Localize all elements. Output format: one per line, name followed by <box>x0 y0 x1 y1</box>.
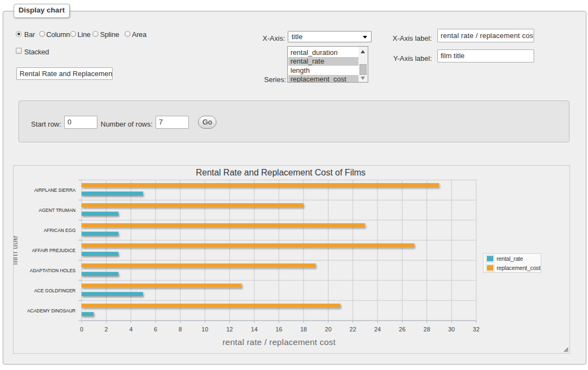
svg-text:ADAPTATION HOLES: ADAPTATION HOLES <box>30 268 76 273</box>
svg-text:32: 32 <box>473 326 479 333</box>
svg-text:14: 14 <box>251 326 257 333</box>
svg-text:8: 8 <box>178 326 182 333</box>
svg-text:AFRICAN EGG: AFRICAN EGG <box>44 228 76 233</box>
svg-text:4: 4 <box>129 326 133 333</box>
svg-text:26: 26 <box>399 326 405 333</box>
svg-text:2: 2 <box>104 326 108 333</box>
svg-text:AGENT TRUMAN: AGENT TRUMAN <box>39 208 76 213</box>
svg-text:rental rate / replacement cost: rental rate / replacement cost <box>222 337 336 347</box>
svg-text:18: 18 <box>300 326 307 333</box>
svg-text:16: 16 <box>276 326 282 333</box>
svg-text:AFFAIR PREJUDICE: AFFAIR PREJUDICE <box>32 248 76 253</box>
svg-text:30: 30 <box>448 326 455 333</box>
svg-text:ACE GOLDFINGER: ACE GOLDFINGER <box>34 288 76 293</box>
svg-text:0: 0 <box>80 326 83 333</box>
svg-text:12: 12 <box>226 326 233 333</box>
svg-text:Rental Rate and Replacement Co: Rental Rate and Replacement Cost of Film… <box>196 168 366 177</box>
svg-text:28: 28 <box>424 326 430 333</box>
svg-text:film title: film title <box>14 236 19 265</box>
svg-text:22: 22 <box>350 326 356 333</box>
svg-text:rental_rate: rental_rate <box>497 255 523 262</box>
svg-text:6: 6 <box>154 326 157 333</box>
svg-text:AIRPLANE SIERRA: AIRPLANE SIERRA <box>34 187 76 193</box>
svg-text:24: 24 <box>374 326 381 333</box>
svg-text:10: 10 <box>202 326 208 333</box>
svg-text:replacement_cost: replacement_cost <box>497 265 541 271</box>
svg-text:ACADEMY DINOSAUR: ACADEMY DINOSAUR <box>27 308 76 313</box>
svg-text:20: 20 <box>325 326 331 333</box>
